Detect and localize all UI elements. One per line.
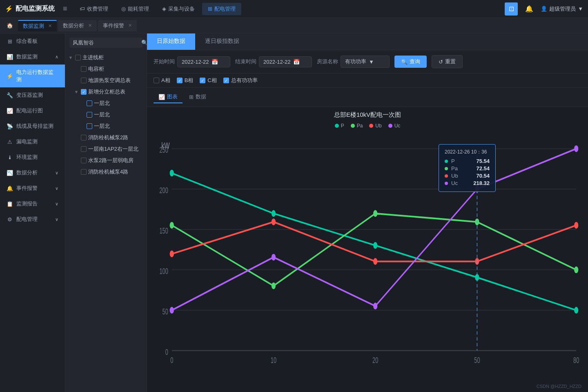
tab-data-monitor[interactable]: 数据监测 ✕ <box>18 20 57 31</box>
tree-node-main-bus[interactable]: ▼ 主进线柜 <box>65 52 147 63</box>
start-date-input[interactable]: 2022-12-22 📅 <box>177 56 230 67</box>
tree-node-floor1-south[interactable]: 一层南1AP2右一层北 <box>65 143 147 155</box>
tooltip-row-uc: Uc 218.32 <box>445 180 490 186</box>
checkbox-main-bus[interactable] <box>75 55 81 60</box>
chart-tab-graph[interactable]: 📈 图表 <box>154 91 183 103</box>
sidebar-item-distribution-diagram[interactable]: 📈 配电运行图 <box>0 103 65 118</box>
legend-dot-pa <box>351 124 355 128</box>
cb-phase-a[interactable]: A相 <box>154 77 170 84</box>
legend-label-uc: Uc <box>394 123 401 129</box>
sidebar-item-cable[interactable]: 📡 线缆及母排监测 <box>0 118 65 134</box>
checkbox-fp4[interactable] <box>81 169 87 175</box>
cb-box-a[interactable] <box>154 78 159 83</box>
line-p <box>172 173 576 310</box>
tab-data-monitor-label: 数据监测 <box>23 22 44 30</box>
user-info[interactable]: 👤 超级管理员 ▼ <box>541 5 583 13</box>
sidebar-item-event-alarm[interactable]: 🔔 事件报警 ∨ <box>0 180 65 196</box>
checkbox-f1n2[interactable] <box>87 112 92 118</box>
cb-box-b[interactable]: ✓ <box>177 78 183 83</box>
tooltip-value-uc: 218.32 <box>473 180 490 186</box>
chart-tab-data[interactable]: ⊞ 数据 <box>184 91 211 103</box>
tree-node-floor1-north-2[interactable]: 一层北 <box>65 109 147 120</box>
chart-svg: kW 250 200 150 100 50 0 <box>154 132 581 384</box>
nav-item-shoufe[interactable]: 🏷 收费管理 <box>74 3 114 15</box>
tab-daily-index-label: 逐日极指数据 <box>205 38 239 44</box>
source-select[interactable]: 有功功率 ▼ <box>341 56 390 68</box>
start-time-group: 开始时间 2022-12-22 📅 <box>154 56 230 67</box>
chart-legend: P Pa Ub Uc <box>154 123 581 129</box>
cb-box-c[interactable]: ✓ <box>200 78 205 83</box>
sidebar-item-monitor-report[interactable]: 📋 监测报告 ∨ <box>0 196 65 212</box>
distribution-mgmt-arrow: ∨ <box>55 217 58 222</box>
tree-search-box: 🔍 <box>69 38 143 48</box>
nav-item-nenghao[interactable]: ◎ 能耗管理 <box>116 3 155 15</box>
user-dropdown-icon: ▼ <box>578 6 583 12</box>
svg-text:150: 150 <box>159 226 168 236</box>
sidebar-item-leakage[interactable]: ⚠ 漏电监测 <box>0 134 65 149</box>
cb-phase-b[interactable]: ✓ B相 <box>177 77 194 84</box>
tree-node-capacitor[interactable]: 电容柜 <box>65 63 147 75</box>
checkbox-f1n3[interactable] <box>87 123 92 129</box>
cb-label-a: A相 <box>161 77 170 84</box>
tree-node-floor1-north-1[interactable]: 一层北 <box>65 98 147 109</box>
cb-box-total[interactable]: ✓ <box>223 78 229 83</box>
sidebar-item-data-analysis[interactable]: 📉 数据分析 ∨ <box>0 165 65 180</box>
bell-icon[interactable]: 🔔 <box>523 2 536 16</box>
tree-search-icon[interactable]: 🔍 <box>141 40 147 46</box>
sidebar-item-distribution-management[interactable]: ⚙ 配电管理 ∨ <box>0 212 65 227</box>
tooltip-label-p: P <box>451 158 473 164</box>
user-avatar-icon: 👤 <box>541 6 547 12</box>
checkbox-f1n1[interactable] <box>87 100 92 106</box>
sidebar-item-dashboard[interactable]: ⊞ 综合看板 <box>0 33 65 49</box>
query-button[interactable]: 🔍 查询 <box>394 56 427 68</box>
tab-raw-data[interactable]: 日原始数据 <box>147 33 195 50</box>
sidebar-label-leakage: 漏电监测 <box>16 138 38 145</box>
checkbox-fp2[interactable] <box>81 135 87 140</box>
checkbox-capacitor[interactable] <box>81 66 87 72</box>
nav-item-caiji[interactable]: ◈ 采集与设备 <box>156 3 200 15</box>
tree-node-fire-pump2[interactable]: 消防栓机械泵2路 <box>65 132 147 143</box>
sidebar-item-environment[interactable]: 🌡 环境监测 <box>0 149 65 165</box>
checkbox-wp2[interactable] <box>81 158 87 163</box>
sidebar-item-electric-monitor[interactable]: ⚡ 电力运行数据监测 <box>0 65 65 87</box>
checkbox-heat-pump[interactable] <box>81 78 87 83</box>
tooltip-value-p: 75.54 <box>476 158 490 164</box>
transformer-icon: 🔧 <box>7 92 13 98</box>
tree-node-water-pump2[interactable]: 水泵2路一层弱电房 <box>65 155 147 166</box>
tree-node-fire-pump4[interactable]: 消防栓机械泵4路 <box>65 166 147 178</box>
cb-total-power[interactable]: ✓ 总有功功率 <box>223 77 258 84</box>
chart-title: 总部E楼10kV配电一次图 <box>154 111 581 119</box>
tab-data-monitor-close[interactable]: ✕ <box>48 23 52 29</box>
main-content: 日原始数据 逐日极指数据 开始时间 2022-12-22 📅 结束时间 2022… <box>147 33 588 392</box>
dashboard-icon: ⊞ <box>7 38 13 45</box>
tab-data-analysis[interactable]: 数据分析 ✕ <box>58 20 97 31</box>
tab-daily-index[interactable]: 逐日极指数据 <box>195 33 249 50</box>
home-tab-button[interactable]: 🏠 <box>3 20 16 31</box>
tree-node-floor1-north-3[interactable]: 一层北 <box>65 120 147 132</box>
checkbox-f1s[interactable] <box>81 146 87 152</box>
sidebar-item-transformer[interactable]: 🔧 变压器监测 <box>0 87 65 103</box>
reset-button[interactable]: ↺ 重置 <box>432 55 463 68</box>
tab-event-alarm[interactable]: 事件报警 ✕ <box>98 20 137 31</box>
tab-data-analysis-close[interactable]: ✕ <box>88 23 92 28</box>
checkbox-new-cabinet[interactable]: ✓ <box>81 89 87 95</box>
cb-phase-c[interactable]: ✓ C相 <box>200 77 216 84</box>
end-date-input[interactable]: 2022-12-22 📅 <box>259 56 312 67</box>
tree-label-heat-pump: 地源热泵空调总表 <box>88 77 143 84</box>
nav-item-peidianguanli[interactable]: ⊞ 配电管理 <box>202 3 241 15</box>
tab-event-alarm-close[interactable]: ✕ <box>128 23 132 28</box>
sidebar-item-data-monitor[interactable]: 📊 数据监测 ∧ <box>0 49 65 65</box>
svg-point-25 <box>272 283 276 289</box>
menu-hamburger-icon[interactable]: ≡ <box>63 4 67 13</box>
tree-search-input[interactable] <box>73 40 141 46</box>
legend-label-ub: Ub <box>375 123 381 129</box>
svg-point-34 <box>170 307 174 313</box>
tree-node-new-cabinet[interactable]: ▼ ✓ 新增分立柜总表 <box>65 86 147 98</box>
tree-node-heat-pump[interactable]: 地源热泵空调总表 <box>65 75 147 86</box>
chart-svg-container: kW 250 200 150 100 50 0 <box>154 132 581 384</box>
chart-tab-data-icon: ⊞ <box>189 94 194 100</box>
screen-icon[interactable]: ⊡ <box>505 2 518 16</box>
line-pa <box>172 214 576 286</box>
user-label: 超级管理员 <box>549 5 576 13</box>
query-label: 查询 <box>410 58 420 65</box>
